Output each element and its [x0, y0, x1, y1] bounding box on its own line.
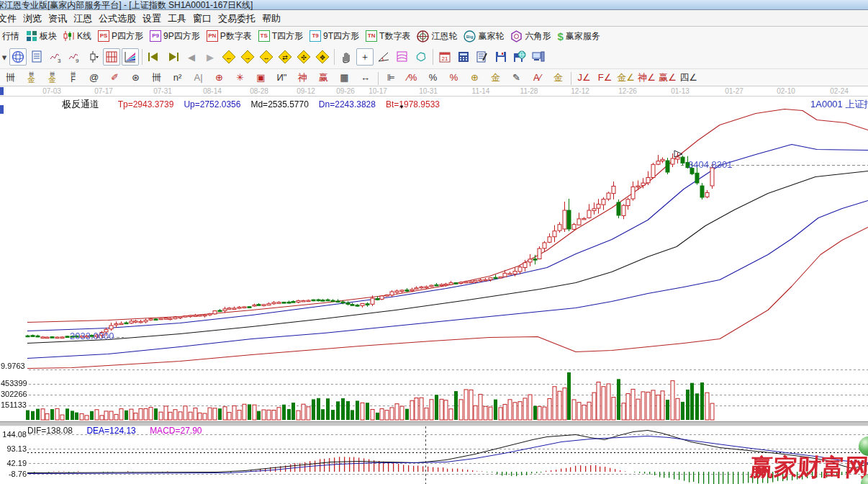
level-high-label: 3404.8301	[688, 159, 732, 170]
toolbar-item-赢家轮[interactable]: Big赢家轮	[464, 27, 504, 45]
toolbar-item-板块[interactable]: 板块	[26, 27, 57, 45]
toolbar-item-T四方形[interactable]: TST四方形	[258, 27, 303, 45]
toolbar-item-江恩轮[interactable]: 江恩轮	[417, 27, 457, 45]
draw-tool-9[interactable]: A|	[191, 70, 206, 85]
draw-tool-20[interactable]: ∕%	[404, 70, 420, 85]
tn-icon: TN	[366, 30, 377, 42]
toolbar-item-P四方形[interactable]: PSP四方形	[98, 27, 143, 45]
tool-button[interactable]	[9, 48, 27, 66]
draw-tool-8[interactable]: n²	[170, 70, 185, 85]
draw-tool-7[interactable]: 卌	[149, 70, 164, 85]
draw-tool-19[interactable]: ⊫	[384, 70, 399, 85]
toolbar-item-T数字表[interactable]: TNT数字表	[366, 27, 410, 45]
draw-tool-6[interactable]: ⊛	[128, 70, 143, 85]
tool-button[interactable]	[412, 48, 430, 66]
tool-button[interactable]	[103, 48, 120, 66]
menu-item-6[interactable]: 工具	[168, 10, 186, 25]
draw-tool-10[interactable]: ⊕	[212, 70, 227, 85]
menu-item-5[interactable]: 设置	[143, 10, 161, 25]
tool-button[interactable]: ✣	[295, 48, 312, 66]
svg-text:→: →	[245, 54, 251, 61]
draw-tool-29[interactable]: J∠	[577, 70, 592, 85]
tool-button[interactable]: ⇄	[276, 48, 294, 66]
date-label: 10-17	[369, 87, 387, 95]
tool-button[interactable]	[122, 48, 139, 66]
tool-button[interactable]: ←	[220, 48, 238, 66]
draw-tool-33[interactable]: 赢∠	[660, 70, 675, 85]
tool-button[interactable]	[394, 48, 411, 66]
gann-wheel-icon	[417, 30, 429, 42]
tool-button[interactable]: 3	[47, 48, 64, 66]
draw-tool-21[interactable]: %	[425, 70, 440, 85]
toolbar-item-P数字表[interactable]: PNP数字表	[207, 27, 252, 45]
tool-button[interactable]	[455, 48, 472, 66]
tool-button[interactable]: 9	[65, 48, 83, 66]
tool-button[interactable]	[492, 48, 510, 66]
indicator-param-3: Dn=2243.3828	[319, 99, 376, 109]
menu-item-7[interactable]: 窗口	[193, 10, 212, 25]
tool-button[interactable]: →	[239, 48, 256, 66]
tool-button[interactable]: ◀	[183, 48, 200, 66]
tool-button[interactable]	[474, 48, 491, 66]
draw-tool-26[interactable]: A∕	[530, 70, 545, 85]
menu-item-1[interactable]: 浏览	[23, 10, 42, 25]
draw-tool-0[interactable]: 卌	[3, 70, 18, 85]
toolbar-item-K线[interactable]: K线	[63, 27, 91, 45]
draw-tool-27[interactable]: 金	[551, 70, 566, 85]
draw-tool-17[interactable]: ↔	[358, 70, 373, 85]
draw-tool-24[interactable]: 金	[488, 70, 503, 85]
ps-icon: PS	[98, 30, 109, 42]
tool-button[interactable]	[338, 48, 355, 66]
tool-button[interactable]	[28, 48, 45, 66]
toolbar-item-行情[interactable]: 行情	[0, 27, 19, 45]
tool-button[interactable]: 21	[436, 48, 453, 66]
draw-tool-34[interactable]: 四∠	[681, 70, 696, 85]
draw-tool-31[interactable]: 金∠	[618, 70, 633, 85]
tool-button[interactable]	[511, 48, 528, 66]
menu-item-3[interactable]: 江恩	[73, 10, 92, 25]
draw-tool-15[interactable]: 赢	[316, 70, 331, 85]
tool-button[interactable]: ＋	[356, 48, 374, 66]
tool-button[interactable]	[164, 48, 181, 66]
toolbar-item-六角形[interactable]: 六角形	[510, 27, 551, 45]
toolbar-item-9T四方形[interactable]: T99T四方形	[309, 27, 359, 45]
draw-tool-5[interactable]: ✐	[107, 70, 122, 85]
menu-item-4[interactable]: 公式选股	[99, 10, 136, 25]
draw-tool-14[interactable]: 神	[295, 70, 310, 85]
draw-tool-1[interactable]: 卌金	[24, 70, 39, 85]
draw-tool-4[interactable]: @	[86, 70, 101, 85]
menu-item-0[interactable]: 文件	[0, 10, 17, 25]
draw-tool-13[interactable]: И"	[274, 70, 289, 85]
cut-icon-fragment	[0, 105, 4, 114]
tool-button[interactable]	[145, 48, 163, 66]
tool-button[interactable]: ✥	[314, 48, 331, 66]
draw-tool-30[interactable]: F∠	[597, 70, 612, 85]
draw-tool-2[interactable]: 卌金	[45, 70, 60, 85]
date-label: 08-28	[250, 87, 268, 95]
menu-item-8[interactable]: 交易委托	[218, 10, 256, 25]
tool-button[interactable]	[84, 48, 101, 66]
tool-button[interactable]: ↔	[258, 48, 275, 66]
draw-tool-16[interactable]: ▦	[337, 70, 352, 85]
tool-button[interactable]: ▾	[1, 48, 8, 66]
menu-item-9[interactable]: 帮助	[262, 10, 281, 25]
tool-button[interactable]	[375, 48, 392, 66]
tool-button[interactable]: ▶	[202, 48, 219, 66]
tool-button[interactable]	[530, 48, 547, 66]
indicator-param-4: Bt=1978.9533	[386, 99, 440, 109]
draw-tool-25[interactable]: ✎	[509, 70, 524, 85]
price-chart-canvas[interactable]	[0, 96, 868, 421]
title-bar[interactable]: 家江恩专业版[赢家内部服务平台] - [上证指数 SH1A0001-167日K线…	[0, 0, 868, 10]
date-label: 11-28	[520, 87, 538, 95]
draw-tool-22[interactable]: %	[446, 70, 461, 85]
draw-tool-32[interactable]: 神∠	[639, 70, 654, 85]
draw-tool-11[interactable]: ✳	[232, 70, 248, 85]
date-axis: 07-0307-1707-3108-1408-2809-1209-2610-17…	[0, 86, 868, 97]
toolbar-separator	[334, 49, 335, 65]
draw-tool-3[interactable]: 卌F	[65, 70, 81, 85]
menu-item-2[interactable]: 资讯	[48, 10, 67, 25]
toolbar-item-赢家服务[interactable]: $赢家服务	[557, 27, 600, 45]
draw-tool-12[interactable]: ▣	[253, 70, 268, 85]
draw-tool-23[interactable]: ⊕	[467, 70, 482, 85]
toolbar-item-9P四方形[interactable]: P99P四方形	[150, 27, 200, 45]
